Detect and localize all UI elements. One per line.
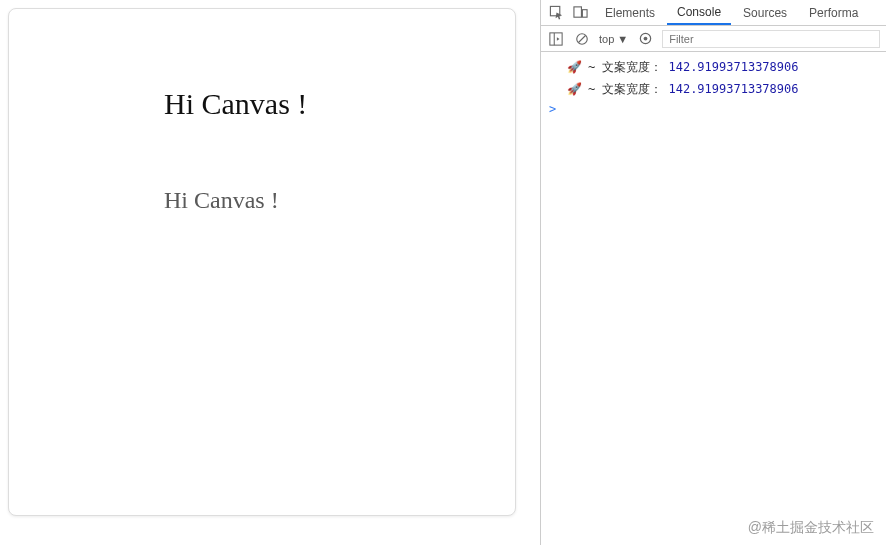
console-prompt[interactable]: > xyxy=(541,100,886,118)
context-label: top xyxy=(599,33,614,45)
chevron-down-icon: ▼ xyxy=(617,33,628,45)
svg-line-6 xyxy=(579,35,586,42)
watermark: @稀土掘金技术社区 xyxy=(748,519,874,537)
console-log-line: 🚀 ~ 文案宽度： 142.91993713378906 xyxy=(541,56,886,78)
inspect-element-icon[interactable] xyxy=(547,4,565,22)
log-value: 142.91993713378906 xyxy=(668,80,798,98)
svg-rect-3 xyxy=(550,32,562,44)
svg-point-8 xyxy=(643,37,647,41)
log-value: 142.91993713378906 xyxy=(668,58,798,76)
svg-rect-1 xyxy=(573,7,581,17)
console-filter-input[interactable] xyxy=(662,30,880,48)
console-log-line: 🚀 ~ 文案宽度： 142.91993713378906 xyxy=(541,78,886,100)
devtools-tab-bar: Elements Console Sources Performa xyxy=(541,0,886,26)
console-sidebar-toggle-icon[interactable] xyxy=(547,30,565,48)
devtools-panel: Elements Console Sources Performa top ▼ … xyxy=(540,0,886,545)
log-label: ~ 文案宽度： xyxy=(588,80,662,98)
tab-elements[interactable]: Elements xyxy=(595,1,665,24)
page-content-area: Hi Canvas ! Hi Canvas ! xyxy=(0,0,540,545)
clear-console-icon[interactable] xyxy=(573,30,591,48)
rocket-icon: 🚀 xyxy=(567,80,582,98)
rocket-icon: 🚀 xyxy=(567,58,582,76)
live-expression-icon[interactable] xyxy=(636,30,654,48)
tab-sources[interactable]: Sources xyxy=(733,1,797,24)
tab-performance[interactable]: Performa xyxy=(799,1,868,24)
canvas-text-large: Hi Canvas ! xyxy=(164,87,307,121)
device-toolbar-icon[interactable] xyxy=(571,4,589,22)
tab-console[interactable]: Console xyxy=(667,0,731,25)
console-output: 🚀 ~ 文案宽度： 142.91993713378906 🚀 ~ 文案宽度： 1… xyxy=(541,52,886,545)
execution-context-select[interactable]: top ▼ xyxy=(599,33,628,45)
console-toolbar: top ▼ xyxy=(541,26,886,52)
svg-rect-2 xyxy=(582,10,587,18)
canvas-text-small: Hi Canvas ! xyxy=(164,187,279,214)
log-label: ~ 文案宽度： xyxy=(588,58,662,76)
canvas-box: Hi Canvas ! Hi Canvas ! xyxy=(8,8,516,516)
